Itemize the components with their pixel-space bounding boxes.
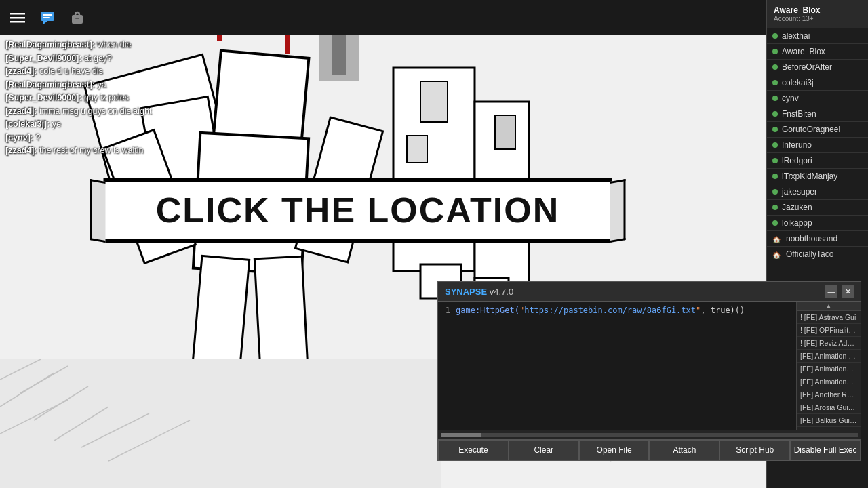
script-item[interactable]: [FE] Another R15 G: [797, 388, 861, 401]
open-file-button[interactable]: Open File: [579, 440, 650, 460]
svg-marker-4: [43, 21, 47, 24]
synapse-scripts-list: ▲ ! [FE] Astrava Gui! [FE] OPFinality Gu…: [796, 302, 861, 430]
chat-message: [RealDagamingbeast]: ya: [5, 79, 182, 92]
svg-rect-1: [10, 17, 25, 19]
chat-message: [Super_Devil9000]: at gay?: [5, 53, 182, 65]
svg-rect-26: [407, 136, 427, 163]
chat-message: [zzad4]: the rest of my crew is waitin: [5, 145, 182, 157]
svg-rect-42: [495, 115, 515, 149]
svg-rect-6: [43, 17, 50, 18]
chat-message: [RealDagamingbeast]: when die: [5, 39, 182, 52]
svg-rect-27: [0, 359, 441, 488]
menu-icon[interactable]: [8, 8, 27, 27]
friend-list-item[interactable]: FnstBiten: [767, 106, 868, 122]
friend-list-item[interactable]: Jazuken: [767, 200, 868, 216]
scripts-scroll-up[interactable]: ▲: [797, 302, 861, 311]
script-item[interactable]: ! [FE] Astrava Gui: [797, 311, 861, 324]
script-item[interactable]: [FE] Balkus Gui.txt: [797, 414, 861, 427]
sidebar-header: Aware_Blox Account: 13+: [767, 0, 868, 28]
close-button[interactable]: ✕: [842, 285, 854, 298]
friend-list-item[interactable]: Inferuno: [767, 138, 868, 153]
chat-message: [Super_Devil9000]: gay iz poles: [5, 92, 182, 104]
friend-list-item[interactable]: GorutoOragneel: [767, 122, 868, 138]
synapse-footer: Execute Clear Open File Attach Script Hu…: [438, 439, 861, 460]
backpack-icon[interactable]: [68, 8, 87, 27]
account-label: Account: 13+: [774, 15, 861, 22]
synapse-titlebar: SYNAPSE v4.7.0 — ✕: [438, 282, 861, 302]
scrollbar-thumb[interactable]: [441, 433, 481, 437]
script-hub-button[interactable]: Script Hub: [719, 440, 790, 460]
attach-button[interactable]: Attach: [649, 440, 719, 460]
friend-list-item[interactable]: lolkappp: [767, 216, 868, 231]
friend-list-item[interactable]: lRedgori: [767, 153, 868, 169]
svg-rect-8: [75, 18, 79, 19]
disable-full-exec-button[interactable]: Disable Full Exec: [790, 440, 861, 460]
script-item[interactable]: [FE] Arosia Gui.txt: [797, 401, 861, 414]
code-area[interactable]: game:HttpGet("https://pastebin.com/raw/8…: [456, 306, 793, 430]
synapse-scrollbar[interactable]: [438, 430, 861, 439]
synapse-body: 1 game:HttpGet("https://pastebin.com/raw…: [438, 302, 861, 430]
chat-overlay: [RealDagamingbeast]: when die[Super_Devi…: [5, 39, 182, 157]
script-item[interactable]: ! [FE] Reviz Admin: [797, 337, 861, 350]
synapse-editor[interactable]: 1 game:HttpGet("https://pastebin.com/raw…: [438, 302, 796, 430]
execute-button[interactable]: Execute: [438, 440, 509, 460]
svg-rect-18: [214, 51, 309, 146]
chat-message: [colekai3j]: ye: [5, 119, 182, 131]
svg-rect-0: [10, 13, 25, 15]
friend-list-item[interactable]: alexthai: [767, 28, 868, 44]
friend-list-item[interactable]: cynv: [767, 91, 868, 106]
synapse-title: SYNAPSE v4.7.0: [445, 287, 513, 297]
account-name: Aware_Blox: [774, 5, 861, 15]
script-item[interactable]: ! [FE] OPFinality Gu: [797, 324, 861, 337]
script-item[interactable]: [FE] Animations Gu: [797, 375, 861, 388]
friend-list-item[interactable]: colekai3j: [767, 75, 868, 91]
script-item[interactable]: [FE] Animations Gu: [797, 363, 861, 375]
friend-list-item[interactable]: 🏠noobthousand: [767, 231, 868, 247]
game-banner: CLICK THE LOCATION: [104, 178, 612, 243]
chat-message: [zzad4]: cole d u have dis: [5, 66, 182, 78]
roblox-topbar: [0, 0, 766, 35]
friend-list-item[interactable]: Aware_Blox: [767, 44, 868, 60]
clear-button[interactable]: Clear: [509, 440, 579, 460]
chat-message: [zzad4]: imma msg u guys on dis aight: [5, 106, 182, 118]
friend-list-item[interactable]: iTrxpKidManjay: [767, 169, 868, 184]
banner-text: CLICK THE LOCATION: [156, 190, 559, 230]
synapse-window-controls: — ✕: [825, 285, 854, 298]
minimize-button[interactable]: —: [825, 285, 837, 298]
friend-list-item[interactable]: BeforeOrAfter: [767, 60, 868, 75]
chat-message: [cynv]: ?: [5, 132, 182, 144]
svg-rect-3: [41, 12, 54, 21]
script-item[interactable]: [FE] Animation Gui: [797, 350, 861, 363]
svg-rect-7: [72, 15, 83, 24]
line-numbers: 1: [438, 306, 453, 315]
synapse-panel: SYNAPSE v4.7.0 — ✕ 1 game:HttpGet("https…: [437, 281, 861, 461]
scrollbar-track: [441, 433, 858, 437]
svg-rect-2: [10, 21, 25, 23]
friends-list: alexthaiAware_BloxBeforeOrAftercolekai3j…: [767, 28, 868, 262]
chat-icon[interactable]: [38, 8, 57, 27]
svg-rect-5: [43, 14, 52, 16]
friend-list-item[interactable]: 🏠OfficiallyTaco: [767, 247, 868, 262]
friend-list-item[interactable]: jakesuper: [767, 184, 868, 200]
svg-rect-25: [420, 81, 448, 122]
